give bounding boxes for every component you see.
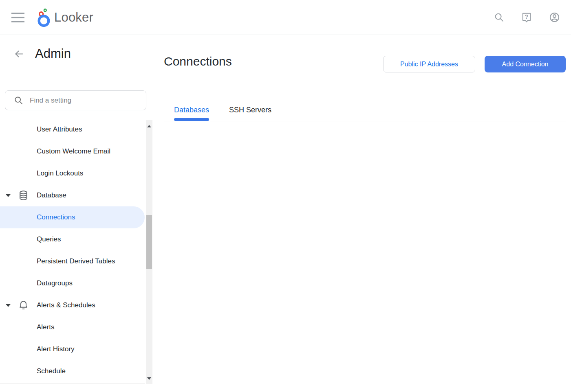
admin-header: Admin <box>14 46 71 61</box>
sidebar-bottom-divider <box>0 383 145 383</box>
sidebar-item-persistent-derived-tables[interactable]: Persistent Derived Tables <box>0 250 146 272</box>
tab-databases[interactable]: Databases <box>174 99 209 121</box>
sidebar-item-connections[interactable]: Connections <box>0 206 145 228</box>
sidebar-item-label: Login Lockouts <box>37 169 83 177</box>
sidebar-item-login-lockouts[interactable]: Login Lockouts <box>0 162 146 184</box>
database-icon <box>18 190 29 201</box>
sidebar-item-label: Alerts & Schedules <box>37 301 95 309</box>
sidebar-item-alert-history[interactable]: Alert History <box>0 338 146 360</box>
looker-logo[interactable]: Looker <box>35 8 93 27</box>
sidebar-item-label: Schedule <box>37 367 66 375</box>
sidebar-item-queries[interactable]: Queries <box>0 228 146 250</box>
sidebar-item-label: Persistent Derived Tables <box>37 257 115 265</box>
sidebar-item-datagroups[interactable]: Datagroups <box>0 272 146 294</box>
bell-icon <box>18 300 29 311</box>
search-glyph <box>494 12 504 22</box>
tab-ssh-servers[interactable]: SSH Servers <box>229 99 271 121</box>
search-icon <box>14 96 23 105</box>
account-glyph <box>549 12 560 23</box>
sidebar-item-database[interactable]: Database <box>0 184 146 206</box>
admin-sidebar: Admin User Attributes Custom Welcome Ema… <box>0 35 153 392</box>
collapse-caret-icon[interactable] <box>6 194 11 197</box>
scroll-up-arrow-icon[interactable] <box>147 125 151 127</box>
active-tab-underline <box>174 118 209 121</box>
settings-list: User Attributes Custom Welcome Email Log… <box>0 118 153 382</box>
sidebar-item-label: Queries <box>37 235 61 243</box>
tab-label: SSH Servers <box>229 106 271 114</box>
add-connection-button[interactable]: Add Connection <box>485 56 566 72</box>
sidebar-item-alerts[interactable]: Alerts <box>0 316 146 338</box>
connections-tabbar: Databases SSH Servers <box>164 99 566 121</box>
connections-title: Connections <box>164 55 232 68</box>
sidebar-item-label: User Attributes <box>37 125 82 134</box>
help-question-mark: ? <box>525 13 529 20</box>
sidebar-item-label: Alerts <box>37 323 54 331</box>
account-icon[interactable] <box>549 12 560 23</box>
sidebar-item-alerts-schedules[interactable]: Alerts & Schedules <box>0 294 146 316</box>
search-input[interactable] <box>30 96 123 105</box>
sidebar-item-label: Alert History <box>37 345 75 353</box>
brand-name: Looker <box>54 10 93 25</box>
looker-logo-icon <box>35 8 51 27</box>
top-bar: Looker ? <box>0 0 571 35</box>
connections-main: Connections Public IP Addresses Add Conn… <box>153 35 571 392</box>
back-arrow-icon[interactable] <box>14 49 24 59</box>
sidebar-item-schedule[interactable]: Schedule <box>0 360 146 382</box>
sidebar-item-user-attributes[interactable]: User Attributes <box>0 118 146 140</box>
collapse-caret-icon[interactable] <box>6 304 11 307</box>
sidebar-item-label: Datagroups <box>37 279 73 287</box>
page-title: Admin <box>35 46 71 61</box>
sidebar-item-label: Custom Welcome Email <box>37 147 110 155</box>
help-icon[interactable]: ? <box>521 12 532 23</box>
help-glyph: ? <box>521 12 532 23</box>
search-icon[interactable] <box>494 12 504 22</box>
public-ip-addresses-button[interactable]: Public IP Addresses <box>383 56 475 72</box>
tab-label: Databases <box>174 106 209 114</box>
menu-bar <box>11 21 24 22</box>
find-setting-search[interactable] <box>5 90 146 110</box>
back-arrow-glyph <box>14 49 24 59</box>
sidebar-item-custom-welcome-email[interactable]: Custom Welcome Email <box>0 140 146 162</box>
menu-bar <box>11 13 24 14</box>
menu-icon[interactable] <box>11 13 25 22</box>
topbar-actions: ? <box>494 12 571 23</box>
sidebar-item-label: Database <box>37 191 66 199</box>
menu-bar <box>11 17 24 18</box>
scrollbar-thumb[interactable] <box>146 215 152 269</box>
sidebar-scrollbar[interactable] <box>146 120 152 384</box>
scroll-down-arrow-icon[interactable] <box>147 377 151 380</box>
sidebar-item-label: Connections <box>37 213 75 221</box>
looker-admin-page: Looker ? <box>0 0 571 392</box>
header-actions: Public IP Addresses Add Connection <box>383 56 566 72</box>
